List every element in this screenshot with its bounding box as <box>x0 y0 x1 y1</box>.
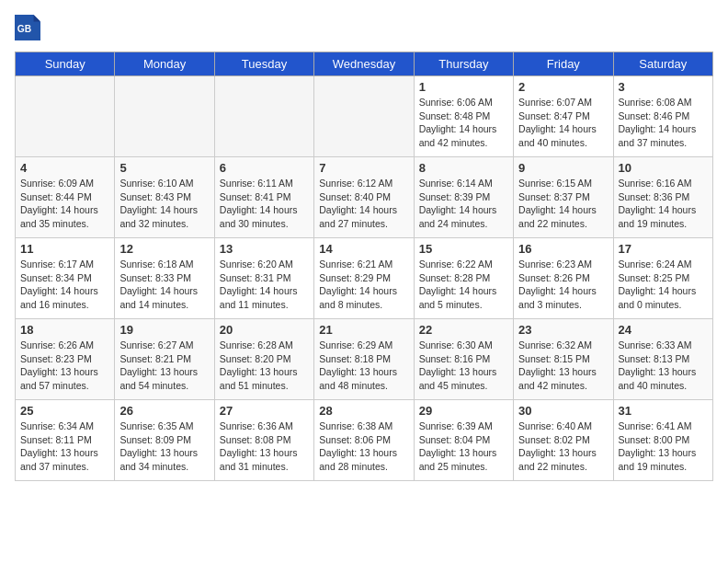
day-number: 2 <box>518 80 608 94</box>
calendar-cell: 29Sunrise: 6:39 AM Sunset: 8:04 PM Dayli… <box>414 400 513 481</box>
day-header-sunday: Sunday <box>16 52 115 76</box>
day-number: 3 <box>619 80 708 94</box>
day-number: 19 <box>119 323 209 337</box>
day-info: Sunrise: 6:08 AM Sunset: 8:46 PM Dayligh… <box>619 96 708 150</box>
day-info: Sunrise: 6:36 AM Sunset: 8:08 PM Dayligh… <box>220 419 309 474</box>
calendar-cell: 9Sunrise: 6:15 AM Sunset: 8:37 PM Daylig… <box>514 157 613 238</box>
day-number: 13 <box>220 242 309 256</box>
calendar-cell <box>314 76 414 157</box>
calendar-cell: 6Sunrise: 6:11 AM Sunset: 8:41 PM Daylig… <box>214 157 313 238</box>
day-number: 6 <box>220 161 309 175</box>
day-number: 15 <box>419 242 508 256</box>
day-number: 16 <box>518 242 608 256</box>
calendar-cell: 27Sunrise: 6:36 AM Sunset: 8:08 PM Dayli… <box>214 400 313 481</box>
day-info: Sunrise: 6:20 AM Sunset: 8:31 PM Dayligh… <box>220 258 309 312</box>
calendar-cell: 30Sunrise: 6:40 AM Sunset: 8:02 PM Dayli… <box>514 400 613 481</box>
week-row-4: 18Sunrise: 6:26 AM Sunset: 8:23 PM Dayli… <box>16 319 713 400</box>
calendar-cell <box>16 76 115 157</box>
day-info: Sunrise: 6:14 AM Sunset: 8:39 PM Dayligh… <box>419 177 508 231</box>
calendar-cell: 19Sunrise: 6:27 AM Sunset: 8:21 PM Dayli… <box>115 319 214 400</box>
calendar-cell: 23Sunrise: 6:32 AM Sunset: 8:15 PM Dayli… <box>514 319 613 400</box>
day-number: 1 <box>419 80 508 94</box>
calendar-cell: 14Sunrise: 6:21 AM Sunset: 8:29 PM Dayli… <box>314 238 414 319</box>
day-number: 8 <box>419 161 508 175</box>
day-header-wednesday: Wednesday <box>314 52 414 76</box>
calendar-cell: 17Sunrise: 6:24 AM Sunset: 8:25 PM Dayli… <box>613 238 712 319</box>
day-number: 28 <box>319 404 408 418</box>
calendar-cell: 10Sunrise: 6:16 AM Sunset: 8:36 PM Dayli… <box>613 157 712 238</box>
calendar-cell: 16Sunrise: 6:23 AM Sunset: 8:26 PM Dayli… <box>514 238 613 319</box>
day-number: 26 <box>119 404 209 418</box>
day-header-saturday: Saturday <box>613 52 712 76</box>
day-info: Sunrise: 6:07 AM Sunset: 8:47 PM Dayligh… <box>518 96 608 150</box>
day-info: Sunrise: 6:09 AM Sunset: 8:44 PM Dayligh… <box>20 177 109 231</box>
day-header-thursday: Thursday <box>414 52 513 76</box>
day-number: 18 <box>20 323 109 337</box>
day-number: 10 <box>619 161 708 175</box>
calendar-cell: 24Sunrise: 6:33 AM Sunset: 8:13 PM Dayli… <box>613 319 712 400</box>
calendar-cell: 15Sunrise: 6:22 AM Sunset: 8:28 PM Dayli… <box>414 238 513 319</box>
day-info: Sunrise: 6:27 AM Sunset: 8:21 PM Dayligh… <box>119 339 209 393</box>
day-info: Sunrise: 6:18 AM Sunset: 8:33 PM Dayligh… <box>119 258 209 312</box>
day-info: Sunrise: 6:17 AM Sunset: 8:34 PM Dayligh… <box>20 258 109 312</box>
calendar-cell: 18Sunrise: 6:26 AM Sunset: 8:23 PM Dayli… <box>16 319 115 400</box>
day-info: Sunrise: 6:24 AM Sunset: 8:25 PM Dayligh… <box>619 258 708 312</box>
day-info: Sunrise: 6:30 AM Sunset: 8:16 PM Dayligh… <box>419 339 508 393</box>
day-info: Sunrise: 6:38 AM Sunset: 8:06 PM Dayligh… <box>319 419 408 474</box>
day-number: 9 <box>518 161 608 175</box>
logo-icon: GB <box>15 15 40 40</box>
page-header: GB <box>15 15 713 40</box>
day-number: 30 <box>518 404 608 418</box>
day-info: Sunrise: 6:28 AM Sunset: 8:20 PM Dayligh… <box>220 339 309 393</box>
day-info: Sunrise: 6:21 AM Sunset: 8:29 PM Dayligh… <box>319 258 408 312</box>
week-row-3: 11Sunrise: 6:17 AM Sunset: 8:34 PM Dayli… <box>16 238 713 319</box>
day-number: 20 <box>220 323 309 337</box>
day-info: Sunrise: 6:40 AM Sunset: 8:02 PM Dayligh… <box>518 419 608 474</box>
calendar-table: SundayMondayTuesdayWednesdayThursdayFrid… <box>15 52 713 481</box>
svg-marker-1 <box>34 15 40 21</box>
calendar-cell: 12Sunrise: 6:18 AM Sunset: 8:33 PM Dayli… <box>115 238 214 319</box>
day-number: 12 <box>119 242 209 256</box>
calendar-cell: 28Sunrise: 6:38 AM Sunset: 8:06 PM Dayli… <box>314 400 414 481</box>
day-number: 5 <box>119 161 209 175</box>
day-number: 29 <box>419 404 508 418</box>
day-info: Sunrise: 6:23 AM Sunset: 8:26 PM Dayligh… <box>518 258 608 312</box>
day-header-friday: Friday <box>514 52 613 76</box>
day-info: Sunrise: 6:35 AM Sunset: 8:09 PM Dayligh… <box>119 419 209 474</box>
day-info: Sunrise: 6:10 AM Sunset: 8:43 PM Dayligh… <box>119 177 209 231</box>
day-header-monday: Monday <box>115 52 214 76</box>
svg-text:GB: GB <box>17 24 31 34</box>
day-info: Sunrise: 6:06 AM Sunset: 8:48 PM Dayligh… <box>419 96 508 150</box>
day-number: 27 <box>220 404 309 418</box>
day-number: 4 <box>20 161 109 175</box>
week-row-5: 25Sunrise: 6:34 AM Sunset: 8:11 PM Dayli… <box>16 400 713 481</box>
week-row-2: 4Sunrise: 6:09 AM Sunset: 8:44 PM Daylig… <box>16 157 713 238</box>
day-info: Sunrise: 6:12 AM Sunset: 8:40 PM Dayligh… <box>319 177 408 231</box>
calendar-cell: 7Sunrise: 6:12 AM Sunset: 8:40 PM Daylig… <box>314 157 414 238</box>
day-info: Sunrise: 6:29 AM Sunset: 8:18 PM Dayligh… <box>319 339 408 393</box>
day-number: 24 <box>619 323 708 337</box>
calendar-cell: 26Sunrise: 6:35 AM Sunset: 8:09 PM Dayli… <box>115 400 214 481</box>
day-info: Sunrise: 6:15 AM Sunset: 8:37 PM Dayligh… <box>518 177 608 231</box>
day-info: Sunrise: 6:39 AM Sunset: 8:04 PM Dayligh… <box>419 419 508 474</box>
day-number: 22 <box>419 323 508 337</box>
calendar-cell: 21Sunrise: 6:29 AM Sunset: 8:18 PM Dayli… <box>314 319 414 400</box>
calendar-cell <box>214 76 313 157</box>
logo: GB <box>15 15 44 40</box>
day-number: 31 <box>619 404 708 418</box>
calendar-cell: 11Sunrise: 6:17 AM Sunset: 8:34 PM Dayli… <box>16 238 115 319</box>
calendar-cell: 20Sunrise: 6:28 AM Sunset: 8:20 PM Dayli… <box>214 319 313 400</box>
day-number: 23 <box>518 323 608 337</box>
day-info: Sunrise: 6:34 AM Sunset: 8:11 PM Dayligh… <box>20 419 109 474</box>
calendar-cell <box>115 76 214 157</box>
calendar-cell: 1Sunrise: 6:06 AM Sunset: 8:48 PM Daylig… <box>414 76 513 157</box>
day-info: Sunrise: 6:41 AM Sunset: 8:00 PM Dayligh… <box>619 419 708 474</box>
week-row-1: 1Sunrise: 6:06 AM Sunset: 8:48 PM Daylig… <box>16 76 713 157</box>
calendar-cell: 4Sunrise: 6:09 AM Sunset: 8:44 PM Daylig… <box>16 157 115 238</box>
calendar-cell: 3Sunrise: 6:08 AM Sunset: 8:46 PM Daylig… <box>613 76 712 157</box>
day-number: 21 <box>319 323 408 337</box>
day-number: 7 <box>319 161 408 175</box>
day-info: Sunrise: 6:33 AM Sunset: 8:13 PM Dayligh… <box>619 339 708 393</box>
calendar-cell: 22Sunrise: 6:30 AM Sunset: 8:16 PM Dayli… <box>414 319 513 400</box>
day-number: 14 <box>319 242 408 256</box>
